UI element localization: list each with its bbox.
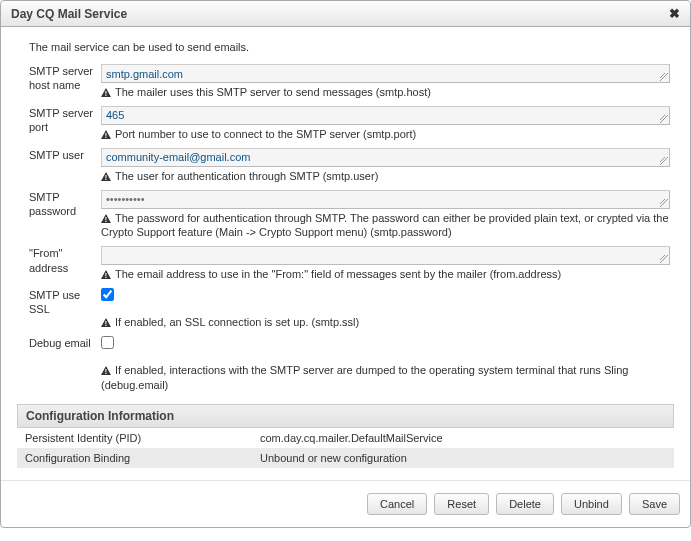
smtp-user-hint-text: The user for authentication through SMTP… — [115, 170, 378, 182]
config-info-table: Persistent Identity (PID) com.day.cq.mai… — [17, 428, 674, 468]
config-dialog: Day CQ Mail Service ✖ The mail service c… — [0, 0, 691, 528]
smtp-user-label: SMTP user — [17, 145, 97, 187]
smtp-port-input[interactable] — [101, 106, 670, 125]
button-bar: Cancel Reset Delete Unbind Save — [1, 480, 690, 527]
smtp-password-input[interactable] — [101, 190, 670, 209]
smtp-ssl-checkbox[interactable] — [101, 288, 114, 301]
dialog-title: Day CQ Mail Service — [11, 7, 127, 21]
debug-email-hint: If enabled, interactions with the SMTP s… — [101, 363, 670, 393]
from-address-input[interactable] — [101, 246, 670, 265]
smtp-ssl-hint-text: If enabled, an SSL connection is set up.… — [115, 316, 359, 328]
smtp-port-hint: Port number to use to connect to the SMT… — [101, 127, 670, 142]
warning-icon — [101, 88, 111, 97]
config-info-header: Configuration Information — [17, 404, 674, 428]
smtp-ssl-hint: If enabled, an SSL connection is set up.… — [101, 315, 670, 330]
unbind-button[interactable]: Unbind — [561, 493, 622, 515]
form-table: SMTP server host name The mailer uses th… — [17, 61, 674, 396]
from-address-hint: The email address to use in the "From:" … — [101, 267, 670, 282]
smtp-port-label: SMTP server port — [17, 103, 97, 145]
warning-icon — [101, 270, 111, 279]
debug-email-hint-text: If enabled, interactions with the SMTP s… — [101, 364, 628, 391]
warning-icon — [101, 318, 111, 327]
pid-value: com.day.cq.mailer.DefaultMailService — [252, 428, 674, 448]
warning-icon — [101, 172, 111, 181]
dialog-content: The mail service can be used to send ema… — [1, 27, 690, 472]
save-button[interactable]: Save — [629, 493, 680, 515]
warning-icon — [101, 214, 111, 223]
smtp-host-label: SMTP server host name — [17, 61, 97, 103]
binding-label: Configuration Binding — [17, 448, 252, 468]
delete-button[interactable]: Delete — [496, 493, 554, 515]
smtp-password-label: SMTP password — [17, 187, 97, 244]
close-icon[interactable]: ✖ — [669, 6, 680, 21]
debug-email-label: Debug email — [17, 333, 97, 396]
binding-value: Unbound or new configuration — [252, 448, 674, 468]
smtp-password-hint: The password for authentication through … — [101, 211, 670, 241]
smtp-user-hint: The user for authentication through SMTP… — [101, 169, 670, 184]
smtp-ssl-label: SMTP use SSL — [17, 285, 97, 333]
warning-icon — [101, 366, 111, 375]
dialog-description: The mail service can be used to send ema… — [29, 41, 674, 53]
debug-email-checkbox[interactable] — [101, 336, 114, 349]
dialog-titlebar: Day CQ Mail Service ✖ — [1, 1, 690, 27]
cancel-button[interactable]: Cancel — [367, 493, 427, 515]
smtp-host-hint-text: The mailer uses this SMTP server to send… — [115, 86, 431, 98]
from-address-hint-text: The email address to use in the "From:" … — [115, 268, 561, 280]
reset-button[interactable]: Reset — [434, 493, 489, 515]
from-address-label: "From" address — [17, 243, 97, 285]
smtp-port-hint-text: Port number to use to connect to the SMT… — [115, 128, 416, 140]
smtp-host-input[interactable] — [101, 64, 670, 83]
pid-label: Persistent Identity (PID) — [17, 428, 252, 448]
smtp-user-input[interactable] — [101, 148, 670, 167]
smtp-host-hint: The mailer uses this SMTP server to send… — [101, 85, 670, 100]
warning-icon — [101, 130, 111, 139]
smtp-password-hint-text: The password for authentication through … — [101, 212, 669, 239]
